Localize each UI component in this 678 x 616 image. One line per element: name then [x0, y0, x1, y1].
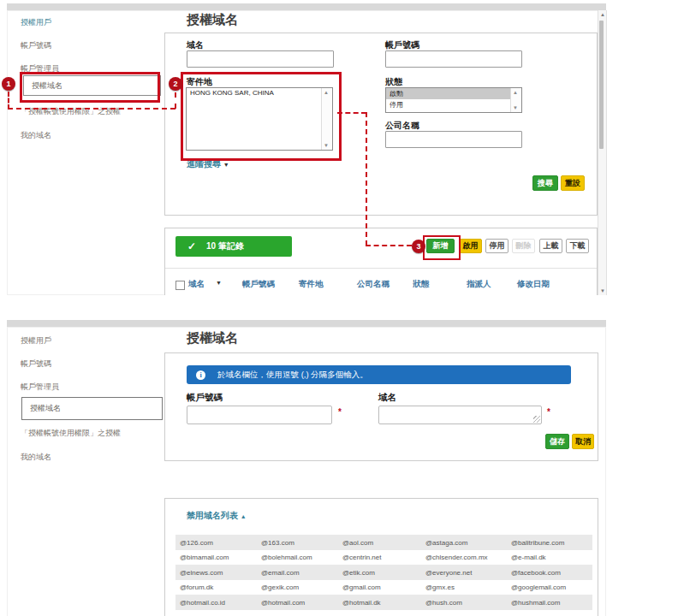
account-number-input[interactable]: [187, 406, 332, 424]
records-count-badge: ✓ 10 筆記錄: [175, 236, 292, 257]
annotation-box-sidebar-item: [20, 72, 160, 103]
sidebar-item-authorized-users[interactable]: 授權用戶: [21, 17, 151, 28]
blocked-domain: @balitribune.com: [511, 535, 564, 550]
column-header-domain[interactable]: 域名: [188, 279, 205, 290]
company-name-label: 公司名稱: [385, 120, 419, 132]
results-divider: [165, 268, 597, 269]
domain-field-label: 域名: [378, 392, 396, 404]
column-header-company[interactable]: 公司名稱: [357, 279, 390, 290]
info-icon: i: [196, 370, 205, 380]
vertical-scrollbar[interactable]: ▲ ▼: [598, 10, 607, 295]
sort-caret-icon[interactable]: ▼: [216, 280, 222, 286]
upload-button[interactable]: 上載: [539, 239, 562, 253]
sender-location-option[interactable]: HONG KONG SAR, CHINA: [187, 88, 332, 98]
blocked-domain-list-toggle[interactable]: 禁用域名列表 ▲: [187, 510, 247, 522]
blocked-domain: @163.com: [261, 535, 294, 550]
domain-field-label: 域名: [187, 39, 204, 51]
annotation-connector: [8, 92, 9, 110]
scroll-up-icon[interactable]: ▲: [324, 90, 329, 95]
blocked-domain: @bolehmail.com: [261, 550, 312, 565]
disable-button[interactable]: 停用: [485, 239, 508, 253]
reset-button[interactable]: 重設: [561, 175, 585, 191]
domain-textarea[interactable]: [378, 406, 542, 424]
sidebar-item-account-admin[interactable]: 帳戶管理員: [21, 382, 151, 393]
blocked-domain: @googlemail.com: [511, 580, 566, 595]
required-asterisk: *: [547, 407, 550, 417]
domain-search-input[interactable]: [187, 50, 334, 68]
records-count-text: 10 筆記錄: [206, 240, 244, 252]
status-option-suspended[interactable]: 停用: [386, 99, 521, 110]
blocked-domain: @centrin.net: [342, 550, 381, 565]
resize-handle[interactable]: [533, 416, 540, 423]
page: 授權用戶 帳戶號碼 帳戶管理員 授權域名 「授權帳號使用權限」之授權 我的域名 …: [0, 0, 678, 616]
sidebar-item-account-permission-auth[interactable]: 「授權帳號使用權限」之授權: [21, 428, 151, 439]
annotation-box-add-button: [423, 235, 461, 260]
blocked-domain: @chlsender.com.mx: [425, 550, 488, 565]
scrollbar-down-icon[interactable]: ▼: [600, 288, 605, 293]
scroll-down-icon[interactable]: ▼: [324, 143, 329, 148]
scrollbar-thumb[interactable]: [599, 21, 604, 149]
column-header-account[interactable]: 帳戶號碼: [242, 279, 275, 290]
scroll-down-icon[interactable]: ▼: [513, 105, 518, 110]
annotation-step-3: 3: [412, 240, 425, 253]
blocked-domain: @bimamail.com: [180, 550, 229, 565]
search-button[interactable]: 搜尋: [532, 175, 558, 191]
column-header-modified-date[interactable]: 修改日期: [517, 279, 550, 290]
sidebar-item-authorized-users[interactable]: 授權用戶: [21, 335, 151, 346]
annotation-connector: [337, 112, 366, 114]
blocked-domain: @aol.com: [342, 535, 373, 550]
company-name-input[interactable]: [385, 131, 522, 148]
annotation-connector: [8, 108, 175, 110]
sidebar-item-my-domains[interactable]: 我的域名: [21, 452, 151, 463]
column-header-status[interactable]: 狀態: [413, 279, 429, 290]
info-banner-text: 於域名欄位，使用逗號 (,) 分隔多個輸入。: [217, 370, 368, 381]
blocked-domain: @elnews.com: [180, 565, 223, 580]
sender-listbox-scrollbar[interactable]: ▲ ▼: [321, 88, 332, 150]
blocked-domain-row: @126.com @163.com @aol.com @astaga.com @…: [175, 535, 592, 550]
blocked-domain: @gexik.com: [261, 580, 299, 595]
chevron-down-icon: ▼: [223, 162, 229, 168]
sidebar-item-authorized-domain-active[interactable]: 授權域名: [21, 397, 163, 420]
status-listbox[interactable]: 啟動 停用 ▲ ▼: [385, 87, 522, 113]
blocked-domain: @hotmail.com: [261, 595, 305, 610]
download-button[interactable]: 下載: [566, 239, 589, 253]
top-panel-topbar: [7, 3, 606, 10]
blocked-domain: @126.com: [180, 535, 213, 550]
sidebar-item-account-number[interactable]: 帳戶號碼: [21, 40, 151, 51]
bottom-panel-topbar: [7, 320, 606, 327]
info-banner: i 於域名欄位，使用逗號 (,) 分隔多個輸入。: [187, 365, 571, 384]
blocked-domain: @astaga.com: [425, 535, 467, 550]
blocked-domain: @facebook.com: [511, 565, 561, 580]
blocked-domain-row: @bimamail.com @bolehmail.com @centrin.ne…: [175, 550, 592, 565]
blocked-domain: @hotmail.co.id: [180, 595, 225, 610]
sidebar-item-account-number[interactable]: 帳戶號碼: [21, 358, 151, 370]
blocked-domain: @everyone.net: [425, 565, 472, 580]
scroll-up-icon[interactable]: ▲: [513, 90, 518, 95]
page-title: 授權域名: [187, 12, 238, 28]
column-header-sender[interactable]: 寄件地: [299, 279, 324, 290]
sender-location-label: 寄件地: [187, 76, 212, 88]
account-number-label: 帳戶號碼: [187, 392, 223, 404]
blocked-domain: @hushmail.com: [511, 595, 560, 610]
annotation-step-2: 2: [169, 77, 182, 91]
blocked-domain: @e-mail.dk: [511, 550, 546, 565]
column-header-assignee[interactable]: 指派人: [467, 279, 491, 290]
annotation-connector: [366, 112, 367, 246]
annotation-step-1: 1: [2, 77, 15, 91]
blocked-domain: @gmail.com: [342, 580, 381, 595]
status-listbox-scrollbar[interactable]: ▲ ▼: [510, 88, 521, 112]
blocked-domain-row: @hotmail.co.id @hotmail.com @hotmail.dk …: [175, 595, 592, 610]
annotation-connector: [366, 245, 412, 246]
enable-button[interactable]: 啟用: [459, 239, 482, 253]
blocked-domain-row: @forum.dk @gexik.com @gmail.com @gmx.es …: [175, 580, 592, 595]
save-button[interactable]: 儲存: [545, 434, 569, 449]
account-number-input[interactable]: [385, 50, 522, 68]
sender-location-listbox[interactable]: HONG KONG SAR, CHINA ▲ ▼: [186, 87, 333, 151]
annotation-connector: [175, 92, 176, 109]
status-option-active[interactable]: 啟動: [386, 88, 521, 99]
cancel-button[interactable]: 取消: [572, 434, 594, 449]
sidebar-item-my-domains[interactable]: 我的域名: [21, 130, 151, 141]
blocked-domain: @hush.com: [425, 595, 462, 610]
select-all-checkbox[interactable]: [175, 281, 185, 290]
scrollbar-up-icon[interactable]: ▲: [600, 12, 605, 17]
